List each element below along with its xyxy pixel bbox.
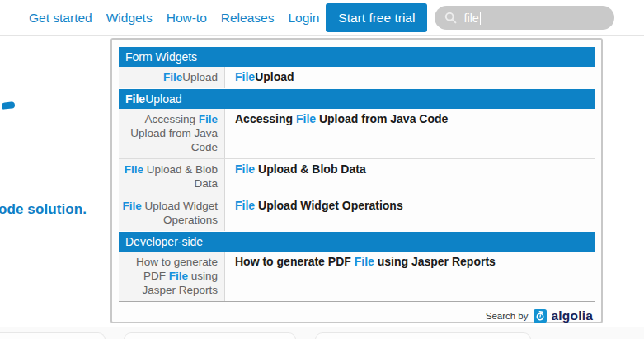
section-header: FileUpload xyxy=(119,89,595,109)
result-category: Accessing File Upload from Java Code xyxy=(119,109,224,158)
start-free-trial-button[interactable]: Start free trial xyxy=(326,3,427,32)
result-title: Accessing File Upload from Java Code xyxy=(224,109,595,158)
result-title: File Upload Widget Operations xyxy=(224,195,595,231)
nav-link-releases[interactable]: Releases xyxy=(221,11,275,26)
nav-link-how-to[interactable]: How-to xyxy=(167,11,207,26)
result-title: FileUpload xyxy=(224,67,595,88)
background-heading-fragment xyxy=(2,101,16,110)
background-card xyxy=(315,332,531,339)
background-bottom-strip xyxy=(0,327,644,339)
nav-link-get-started[interactable]: Get started xyxy=(29,11,92,26)
text-cursor xyxy=(480,12,482,25)
background-card xyxy=(124,332,296,339)
nav-link-widgets[interactable]: Widgets xyxy=(106,11,153,26)
top-navbar: Get started Widgets How-to Releases Logi… xyxy=(0,0,644,36)
result-row[interactable]: Accessing File Upload from Java CodeAcce… xyxy=(119,109,595,158)
result-row[interactable]: How to generate PDF File using Jasper Re… xyxy=(119,252,595,301)
result-category: How to generate PDF File using Jasper Re… xyxy=(119,252,224,301)
search-icon xyxy=(444,12,457,24)
dropdown-footer: Search by algolia xyxy=(119,301,595,325)
nav-link-login[interactable]: Login xyxy=(288,11,319,26)
section-header: Developer-side xyxy=(119,232,595,252)
result-category: FileUpload xyxy=(119,67,224,88)
algolia-wordmark[interactable]: algolia xyxy=(552,308,594,323)
result-row[interactable]: FileUploadFileUpload xyxy=(119,67,595,88)
result-title: How to generate PDF File using Jasper Re… xyxy=(224,252,595,301)
search-input[interactable]: file xyxy=(435,6,614,30)
result-category: File Upload & Blob Data xyxy=(119,159,224,195)
result-row[interactable]: File Upload & Blob DataFile Upload & Blo… xyxy=(119,158,595,195)
search-results-dropdown: Form WidgetsFileUploadFileUploadFileUplo… xyxy=(110,38,603,323)
algolia-logo-icon[interactable] xyxy=(534,309,547,323)
result-row[interactable]: File Upload Widget OperationsFile Upload… xyxy=(119,195,595,231)
background-card xyxy=(0,332,106,339)
search-input-value: file xyxy=(463,12,479,25)
result-title: File Upload & Blob Data xyxy=(224,159,595,195)
dropdown-sections: Form WidgetsFileUploadFileUploadFileUplo… xyxy=(119,46,595,301)
background-text-fragment: ode solution. xyxy=(0,201,87,218)
result-category: File Upload Widget Operations xyxy=(119,195,224,231)
section-header: Form Widgets xyxy=(119,47,595,67)
search-by-label: Search by xyxy=(486,311,529,321)
